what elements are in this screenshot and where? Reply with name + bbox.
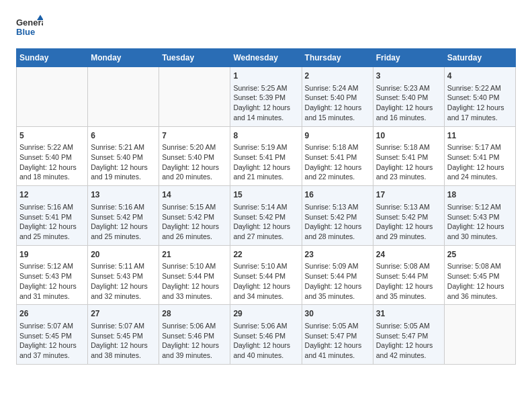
day-info-line: Sunrise: 5:25 AM [233, 83, 298, 93]
day-info-line: Daylight: 12 hours and 24 minutes. [447, 163, 513, 182]
calendar-cell: 19Sunrise: 5:12 AMSunset: 5:43 PMDayligh… [17, 245, 88, 305]
day-info-line: Sunset: 5:44 PM [162, 271, 227, 281]
day-info-line: Daylight: 12 hours and 15 minutes. [305, 103, 370, 122]
day-of-week-header: Friday [373, 49, 444, 67]
day-number: 28 [162, 308, 227, 320]
day-number: 4 [447, 71, 513, 82]
calendar-cell: 8Sunrise: 5:19 AMSunset: 5:41 PMDaylight… [230, 126, 302, 186]
day-info-line: Sunset: 5:42 PM [91, 212, 156, 222]
day-info-line: Daylight: 12 hours and 14 minutes. [233, 103, 298, 122]
day-info-line: Daylight: 12 hours and 35 minutes. [305, 281, 370, 301]
day-number: 13 [91, 189, 156, 201]
day-info-line: Daylight: 12 hours and 31 minutes. [19, 281, 85, 301]
day-number: 7 [162, 130, 227, 142]
calendar-cell: 14Sunrise: 5:15 AMSunset: 5:42 PMDayligh… [159, 186, 230, 246]
day-info-line: Sunset: 5:41 PM [19, 212, 85, 222]
day-info-line: Sunrise: 5:06 AM [162, 321, 227, 331]
day-number: 30 [305, 308, 370, 320]
calendar-cell: 25Sunrise: 5:08 AMSunset: 5:45 PMDayligh… [444, 245, 515, 305]
day-number: 5 [19, 130, 85, 142]
day-info-line: Sunset: 5:47 PM [376, 331, 441, 341]
day-number: 12 [19, 189, 85, 201]
day-info-line: Sunrise: 5:08 AM [376, 261, 441, 271]
day-info-line: Sunrise: 5:18 AM [376, 142, 441, 152]
calendar-cell: 9Sunrise: 5:18 AMSunset: 5:41 PMDaylight… [302, 126, 373, 186]
calendar-cell: 20Sunrise: 5:11 AMSunset: 5:43 PMDayligh… [88, 245, 159, 305]
calendar-cell: 12Sunrise: 5:16 AMSunset: 5:41 PMDayligh… [17, 186, 88, 246]
calendar-cell: 2Sunrise: 5:24 AMSunset: 5:40 PMDaylight… [302, 67, 373, 127]
day-number: 9 [305, 130, 370, 142]
calendar-cell: 31Sunrise: 5:05 AMSunset: 5:47 PMDayligh… [373, 305, 444, 365]
day-info-line: Sunset: 5:41 PM [376, 152, 441, 163]
day-info-line: Sunset: 5:45 PM [19, 331, 85, 341]
day-info-line: Sunrise: 5:06 AM [233, 321, 298, 331]
day-info-line: Sunset: 5:43 PM [19, 271, 85, 281]
calendar-cell: 15Sunrise: 5:14 AMSunset: 5:42 PMDayligh… [230, 186, 302, 246]
day-info-line: Daylight: 12 hours and 21 minutes. [233, 163, 298, 182]
day-info-line: Sunrise: 5:14 AM [233, 202, 298, 212]
day-info-line: Sunrise: 5:22 AM [447, 83, 513, 93]
day-of-week-header: Saturday [444, 49, 515, 67]
day-info-line: Sunset: 5:43 PM [447, 212, 513, 222]
page-header: General Blue [16, 13, 516, 42]
day-number: 8 [233, 130, 298, 142]
day-info-line: Sunrise: 5:13 AM [305, 202, 370, 212]
day-number: 17 [376, 189, 441, 201]
calendar-header-row: SundayMondayTuesdayWednesdayThursdayFrid… [17, 49, 516, 67]
svg-text:Blue: Blue [16, 27, 35, 37]
day-info-line: Daylight: 12 hours and 28 minutes. [305, 222, 370, 241]
day-info-line: Daylight: 12 hours and 40 minutes. [233, 340, 298, 360]
day-of-week-header: Sunday [17, 49, 88, 67]
day-info-line: Sunset: 5:40 PM [91, 152, 156, 163]
day-info-line: Daylight: 12 hours and 30 minutes. [447, 222, 513, 241]
day-info-line: Sunset: 5:44 PM [233, 271, 298, 281]
day-info-line: Daylight: 12 hours and 35 minutes. [376, 281, 441, 301]
day-info-line: Daylight: 12 hours and 29 minutes. [376, 222, 441, 241]
day-info-line: Sunrise: 5:21 AM [91, 142, 156, 152]
day-info-line: Sunset: 5:46 PM [162, 331, 227, 341]
day-of-week-header: Monday [88, 49, 159, 67]
day-number: 23 [305, 249, 370, 261]
day-info-line: Sunset: 5:44 PM [376, 271, 441, 281]
day-info-line: Sunrise: 5:18 AM [305, 142, 370, 152]
day-number: 24 [376, 249, 441, 261]
calendar-week-row: 12Sunrise: 5:16 AMSunset: 5:41 PMDayligh… [17, 186, 516, 246]
calendar-cell: 10Sunrise: 5:18 AMSunset: 5:41 PMDayligh… [373, 126, 444, 186]
calendar-cell [17, 67, 88, 127]
day-number: 19 [19, 249, 85, 261]
day-info-line: Sunset: 5:40 PM [305, 93, 370, 103]
day-number: 18 [447, 189, 513, 201]
day-info-line: Daylight: 12 hours and 25 minutes. [19, 222, 85, 241]
day-number: 11 [447, 130, 513, 142]
day-number: 6 [91, 130, 156, 142]
day-number: 31 [376, 308, 441, 320]
day-number: 29 [233, 308, 298, 320]
day-info-line: Sunset: 5:42 PM [162, 212, 227, 222]
day-info-line: Sunset: 5:41 PM [447, 152, 513, 163]
calendar-cell: 6Sunrise: 5:21 AMSunset: 5:40 PMDaylight… [88, 126, 159, 186]
day-info-line: Daylight: 12 hours and 37 minutes. [19, 340, 85, 360]
day-number: 1 [233, 71, 298, 82]
day-info-line: Daylight: 12 hours and 38 minutes. [91, 340, 156, 360]
calendar-cell: 3Sunrise: 5:23 AMSunset: 5:40 PMDaylight… [373, 67, 444, 127]
day-info-line: Daylight: 12 hours and 42 minutes. [376, 340, 441, 360]
calendar-cell: 23Sunrise: 5:09 AMSunset: 5:44 PMDayligh… [302, 245, 373, 305]
day-info-line: Sunrise: 5:16 AM [19, 202, 85, 212]
day-number: 15 [233, 189, 298, 201]
day-of-week-header: Wednesday [230, 49, 302, 67]
day-info-line: Sunrise: 5:17 AM [447, 142, 513, 152]
day-info-line: Sunrise: 5:08 AM [447, 261, 513, 271]
day-of-week-header: Tuesday [159, 49, 230, 67]
day-info-line: Daylight: 12 hours and 20 minutes. [162, 163, 227, 182]
day-info-line: Sunset: 5:45 PM [91, 331, 156, 341]
calendar-week-row: 1Sunrise: 5:25 AMSunset: 5:39 PMDaylight… [17, 67, 516, 127]
day-number: 25 [447, 249, 513, 261]
day-info-line: Sunrise: 5:07 AM [19, 321, 85, 331]
day-number: 16 [305, 189, 370, 201]
day-info-line: Sunset: 5:42 PM [376, 212, 441, 222]
calendar-cell [159, 67, 230, 127]
logo-icon: General Blue [16, 13, 43, 39]
day-info-line: Daylight: 12 hours and 22 minutes. [305, 163, 370, 182]
day-info-line: Sunrise: 5:10 AM [162, 261, 227, 271]
day-number: 10 [376, 130, 441, 142]
